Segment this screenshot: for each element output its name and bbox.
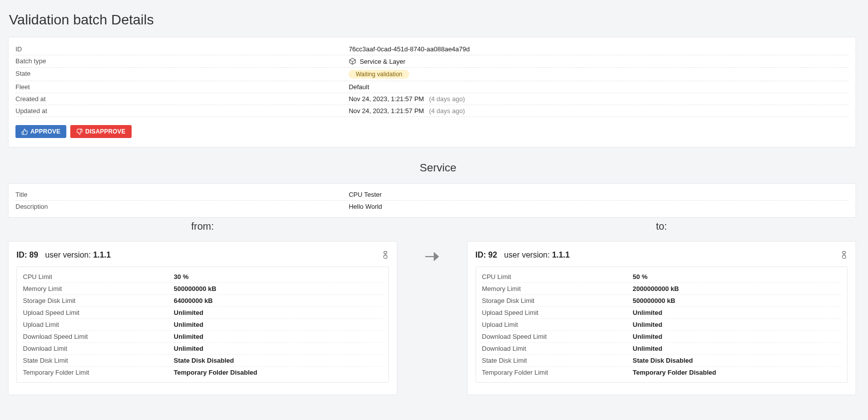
service-row-description: Description Hello World (15, 201, 849, 212)
to-specs: CPU Limit50 % Memory Limit2000000000 kB … (476, 267, 848, 383)
service-label: Description (15, 203, 348, 210)
page-title: Validation batch Details (9, 12, 868, 28)
detail-row-fleet: Fleet Default (15, 81, 849, 93)
to-column: to: ID: 92 user version: 1.1.1 CPU Limit… (467, 221, 857, 395)
detail-row-created: Created at Nov 24, 2023, 1:21:57 PM (4 d… (15, 93, 849, 105)
detail-row-updated: Updated at Nov 24, 2023, 1:21:57 PM (4 d… (15, 105, 849, 117)
detail-value-fleet: Default (348, 83, 369, 91)
detail-ago-updated: (4 days ago) (429, 107, 465, 115)
detail-value-id: 76cc3aaf-0cad-451d-8740-aa088ae4a79d (348, 45, 470, 53)
spec-row: CPU Limit30 % (23, 271, 382, 283)
spec-row: CPU Limit50 % (482, 271, 842, 283)
detail-row-batch-type: Batch type Service & Layer (15, 55, 849, 68)
spec-row: Upload Speed LimitUnlimited (482, 307, 842, 319)
to-header: ID: 92 user version: 1.1.1 (476, 251, 848, 260)
from-card: ID: 89 user version: 1.1.1 CPU Limit30 %… (8, 241, 397, 395)
disapprove-label: DISAPPROVE (85, 128, 126, 135)
batch-details-card: ID 76cc3aaf-0cad-451d-8740-aa088ae4a79d … (8, 37, 856, 147)
spec-row: Memory Limit2000000000 kB (482, 283, 842, 295)
to-id: ID: 92 (476, 251, 498, 260)
disapprove-button[interactable]: DISAPPROVE (70, 125, 132, 138)
spec-row: Temporary Folder LimitTemporary Folder D… (482, 367, 842, 378)
detail-value-created: Nov 24, 2023, 1:21:57 PM (348, 95, 424, 103)
service-section-title: Service (8, 161, 868, 174)
spec-row: State Disk LimitState Disk Disabled (482, 355, 842, 367)
spec-row: Storage Disk Limit64000000 kB (23, 295, 382, 307)
service-card: Title CPU Tester Description Hello World (8, 183, 856, 218)
svg-rect-0 (384, 252, 387, 254)
cube-icon (348, 57, 356, 65)
compare-section: from: ID: 89 user version: 1.1.1 CPU Lim… (8, 221, 856, 395)
from-label: from: (8, 221, 397, 232)
detail-label: ID (15, 45, 348, 53)
detail-ago-created: (4 days ago) (429, 95, 465, 103)
to-card: ID: 92 user version: 1.1.1 CPU Limit50 %… (467, 241, 857, 395)
from-column: from: ID: 89 user version: 1.1.1 CPU Lim… (8, 221, 397, 395)
spec-row: Download Speed LimitUnlimited (482, 331, 842, 343)
detail-label: Batch type (15, 57, 348, 65)
from-specs: CPU Limit30 % Memory Limit500000000 kB S… (16, 267, 389, 383)
service-value-description: Hello World (348, 203, 382, 210)
arrow-right-icon (424, 251, 440, 263)
detail-value-batch-type: Service & Layer (359, 58, 405, 65)
spec-row: Upload LimitUnlimited (482, 319, 842, 331)
spec-row: Upload Speed LimitUnlimited (23, 307, 382, 319)
approve-button[interactable]: APPROVE (15, 125, 66, 138)
svg-point-3 (843, 255, 846, 259)
from-header: ID: 89 user version: 1.1.1 (16, 251, 389, 260)
detail-label: Updated at (15, 107, 348, 115)
service-row-title: Title CPU Tester (15, 189, 849, 201)
spec-row: Upload LimitUnlimited (23, 319, 382, 331)
spec-row: Storage Disk Limit500000000 kB (482, 295, 842, 307)
to-label: to: (467, 221, 857, 232)
detail-label: Created at (15, 95, 348, 103)
spec-row: Download Speed LimitUnlimited (23, 331, 382, 343)
arrow-column (397, 221, 467, 395)
spec-row: Download LimitUnlimited (482, 343, 842, 355)
service-value-title: CPU Tester (348, 191, 381, 198)
from-id: ID: 89 (16, 251, 38, 260)
status-badge: Waiting validation (348, 70, 409, 79)
to-version: user version: 1.1.1 (504, 251, 570, 260)
svg-point-1 (383, 255, 387, 259)
detail-row-id: ID 76cc3aaf-0cad-451d-8740-aa088ae4a79d (15, 43, 849, 55)
spec-row: Download LimitUnlimited (23, 343, 382, 355)
svg-rect-2 (843, 252, 846, 254)
spec-row: Temporary Folder LimitTemporary Folder D… (23, 367, 382, 378)
action-buttons: APPROVE DISAPPROVE (15, 125, 849, 138)
thumbs-down-icon (76, 129, 83, 135)
detail-label: State (15, 70, 348, 79)
detail-value-updated: Nov 24, 2023, 1:21:57 PM (348, 107, 424, 115)
spec-row: State Disk LimitState Disk Disabled (23, 355, 382, 367)
from-version: user version: 1.1.1 (45, 251, 111, 260)
version-icon (841, 251, 848, 259)
detail-label: Fleet (15, 83, 348, 91)
service-label: Title (15, 191, 348, 198)
detail-row-state: State Waiting validation (15, 68, 849, 81)
thumbs-up-icon (21, 129, 28, 135)
spec-row: Memory Limit500000000 kB (23, 283, 382, 295)
approve-label: APPROVE (30, 128, 60, 135)
version-icon (382, 251, 389, 259)
